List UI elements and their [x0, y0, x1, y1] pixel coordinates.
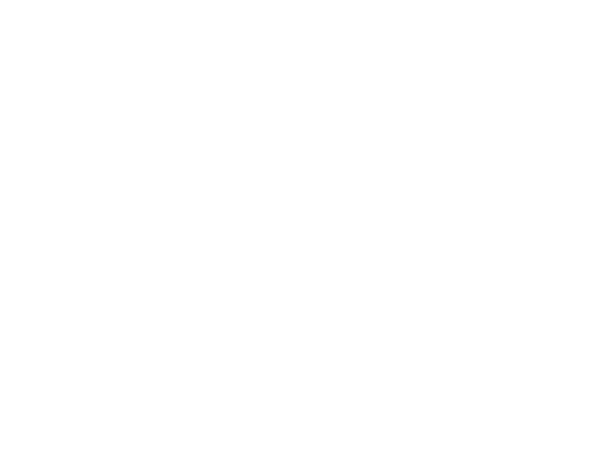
trading-chart-window: [0, 0, 600, 450]
chart-title-bar: [5, 4, 13, 13]
chart-canvas: [0, 0, 600, 450]
